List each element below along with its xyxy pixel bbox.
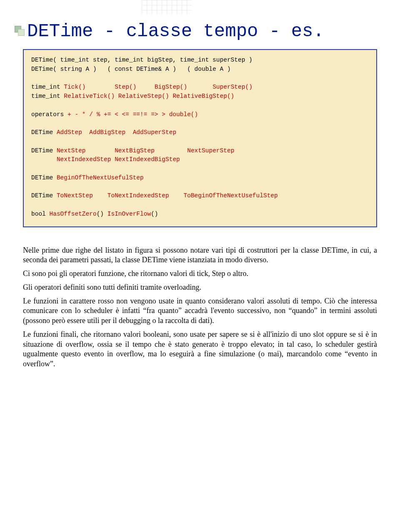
code-fn: Step() [115,84,136,90]
title-accent-icon [15,26,25,37]
code-fn: ToNextStep [57,192,93,199]
sp [136,84,155,90]
sp [31,156,57,163]
code-kw: bool [31,211,50,217]
code-fn: Tick() [64,84,85,90]
code-fn: NextIndexedStep [57,156,111,163]
code-kw: time_int [31,93,64,99]
code-fn: SuperStep() [212,84,252,90]
decorative-grid [142,0,192,15]
code-fn: RelativeBigStep() [172,93,234,99]
code-fn: ToBeginOfTheNextUsefulStep [184,192,278,199]
code-fn: NextBigStep [115,147,155,154]
code-fn: IsInOverFlow [108,211,151,217]
paragraph: Le funzioni in carattere rosso non vengo… [23,296,377,326]
code-kw: operators [31,111,68,118]
code-fn: BeginOfTheNextUsefulStep [57,174,144,181]
paragraph: Ci sono poi gli operatori funzione, che … [23,269,377,279]
page-title: DETime - classe tempo - es. [27,21,377,42]
code-fn: RelativeTick() [64,93,115,99]
code-kw: DETime [31,147,57,154]
code-fn: ToNextIndexedStep [108,192,169,199]
sp [125,129,132,136]
code-fn: NextSuperStep [187,147,234,154]
paragraph: Le funzioni finali, che ritornano valori… [23,330,377,369]
code-fn: NextIndexedBigStep [115,156,180,163]
code-fn: HasOffsetZero [50,211,97,217]
sp [93,192,108,199]
code-fn: RelativeStep() [118,93,169,99]
sp [169,192,184,199]
sp [86,84,115,90]
code-listing: DETime( time_int step, time_int bigStep,… [23,49,377,227]
code-fn: NextStep [57,147,86,154]
sp [155,147,187,154]
code-kw: time_int [31,84,64,90]
sp [86,147,115,154]
sp [115,93,118,99]
sp [111,156,115,163]
sp: () [151,211,158,217]
code-ops: + - * / % += < <= ==!= => > double() [68,111,198,118]
sp: () [97,211,108,217]
code-fn: BigStep() [155,84,187,90]
title-block: DETime - classe tempo - es. [23,21,377,42]
code-kw: DETime [31,192,57,199]
paragraph: Gli operatori definiti sono tutti defini… [23,283,377,293]
code-fn: AddSuperStep [133,129,176,136]
code-fn: AddStep [57,129,82,136]
code-line: DETime( time_int step, time_int bigStep,… [31,57,252,63]
code-fn: AddBigStep [89,129,125,136]
body-text-block: Nelle prime due righe del listato in fig… [23,246,377,369]
paragraph: Nelle prime due righe del listato in fig… [23,246,377,266]
sp [187,84,212,90]
code-kw: DETime [31,129,57,136]
code-line: DETime( string A ) ( const DETime& A ) (… [31,66,231,72]
sp [82,129,89,136]
code-kw: DETime [31,174,57,181]
